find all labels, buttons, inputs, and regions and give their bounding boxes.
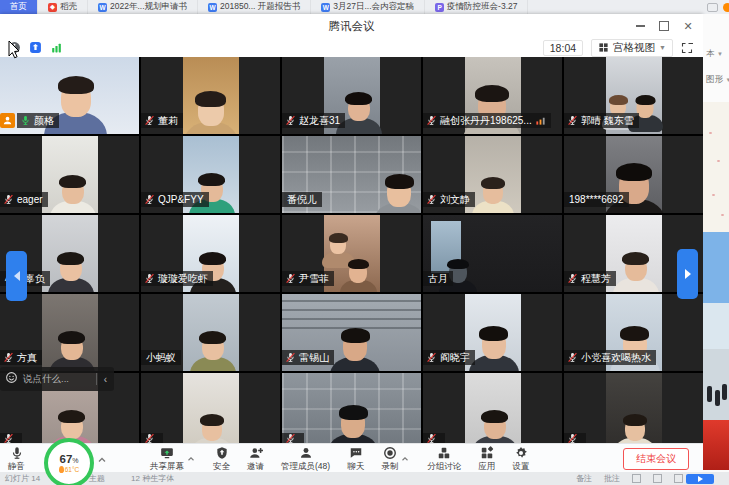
meeting-toolbar: 静音 67% 61°C 共享屏幕安全邀请管理成员(48)聊天录制分组讨论应用设置…	[0, 443, 703, 473]
apps-button[interactable]: 应用	[478, 444, 495, 473]
participant-name: 尹雪菲	[299, 271, 329, 286]
background-app-edge: 本 ▼ 图形 ▼	[703, 14, 729, 472]
participant-name-bar	[141, 433, 163, 443]
doc-file-icon: W	[321, 3, 330, 12]
participant-name-bar: 方真	[0, 350, 42, 365]
mute-button[interactable]: 静音	[8, 446, 25, 473]
mic-muted-icon	[426, 115, 437, 126]
mic-muted-icon	[567, 433, 578, 443]
participant-name-bar: 颜格	[17, 113, 59, 128]
performance-ring[interactable]: 67% 61°C	[44, 438, 94, 485]
security-button[interactable]: 安全	[213, 444, 230, 473]
participant-tile-1[interactable]: 董莉	[141, 57, 280, 134]
slideshow-play-button[interactable]	[686, 474, 714, 484]
participant-name: 融创张丹丹198625...	[440, 113, 532, 128]
mic-muted-icon	[144, 194, 155, 205]
participant-tile-9[interactable]: 198****6692	[564, 136, 703, 213]
record-button[interactable]: 录制	[381, 444, 398, 473]
participant-tile-12[interactable]: 尹雪菲	[282, 215, 421, 292]
video-grid: 颜格董莉赵龙喜31融创张丹丹198625...郭晴 魏东雪eagerQJP&FY…	[0, 57, 703, 443]
poor-signal-icon	[535, 115, 546, 126]
view-mode-selector[interactable]: 宫格视图 ▼	[591, 39, 673, 57]
invite-button[interactable]: 邀请	[247, 444, 264, 473]
participant-tile-18[interactable]: 阎晓宇	[423, 294, 562, 371]
doc-file-icon: W	[208, 3, 217, 12]
participant-tile-8[interactable]: 刘文静	[423, 136, 562, 213]
tab-label: 3月27日...会内容定稿	[333, 1, 414, 13]
statusbar-slide-number: 幻灯片 14	[5, 473, 40, 484]
close-button[interactable]: ✕	[683, 21, 693, 31]
docer-file-icon: ◆	[48, 3, 57, 12]
tab-label: 稻壳	[60, 1, 77, 13]
participant-video	[465, 373, 521, 443]
participant-name: 程慧芳	[581, 271, 611, 286]
chat-button[interactable]: 聊天	[347, 444, 364, 473]
participant-tile-6[interactable]: QJP&FYY	[141, 136, 280, 213]
minimize-button[interactable]	[635, 21, 645, 31]
share-options-caret[interactable]	[186, 450, 196, 468]
person-silhouette	[330, 323, 380, 371]
participant-tile-11[interactable]: 璇璇爱吃虾	[141, 215, 280, 292]
participant-name-bar: 小党喜欢喝热水	[564, 350, 656, 365]
participant-tile-14[interactable]: 程慧芳	[564, 215, 703, 292]
participant-tile-24[interactable]	[564, 373, 703, 443]
wps-tab-4[interactable]: W3月27日...会内容定稿	[311, 0, 425, 14]
tab-label: 2022年...规划申请书	[110, 1, 187, 13]
participant-name: 小蚂蚁	[146, 350, 176, 365]
participant-tile-2[interactable]: 赵龙喜31	[282, 57, 421, 134]
upgrade-shield-icon[interactable]	[29, 41, 42, 54]
participant-name: 古月	[428, 271, 448, 286]
settings-button[interactable]: 设置	[512, 444, 529, 473]
wps-tab-5[interactable]: P疫情防控班会-3.27	[425, 0, 528, 14]
participant-tile-19[interactable]: 小党喜欢喝热水	[564, 294, 703, 371]
meeting-info-icon[interactable]	[8, 41, 21, 54]
person-silhouette	[469, 321, 519, 371]
wps-tab-2[interactable]: W2022年...规划申请书	[88, 0, 198, 14]
flame-icon	[59, 466, 64, 473]
participant-tile-21[interactable]	[141, 373, 280, 443]
wps-tab-0[interactable]: 首页	[0, 0, 38, 14]
participant-tile-17[interactable]: 雷锡山	[282, 294, 421, 371]
participant-tile-20[interactable]	[0, 373, 139, 443]
wps-tab-1[interactable]: ◆稻壳	[38, 0, 88, 14]
security-icon	[215, 446, 229, 460]
share-button[interactable]: 共享屏幕	[150, 444, 184, 473]
tab-comment-icon[interactable]	[707, 3, 718, 12]
mic-muted-icon	[567, 115, 578, 126]
participant-name-bar: 璇璇爱吃虾	[141, 271, 213, 286]
invite-icon	[249, 446, 263, 460]
members-button[interactable]: 管理成员(48)	[281, 444, 330, 473]
record-icon	[383, 446, 397, 460]
participant-tile-5[interactable]: eager	[0, 136, 139, 213]
end-meeting-button[interactable]: 结束会议	[623, 448, 689, 470]
participant-tile-13[interactable]: 古月	[423, 215, 562, 292]
tabbar-extras	[707, 0, 729, 14]
participant-tile-23[interactable]	[423, 373, 562, 443]
fullscreen-button[interactable]	[681, 42, 693, 54]
participant-name-bar	[0, 433, 22, 443]
record-options-caret[interactable]	[400, 450, 410, 468]
participant-name-bar	[282, 433, 304, 443]
participant-tile-4[interactable]: 郭晴 魏东雪	[564, 57, 703, 134]
participant-tile-22[interactable]	[282, 373, 421, 443]
participant-tile-15[interactable]: 方真	[0, 294, 139, 371]
network-signal-icon[interactable]	[50, 41, 63, 54]
participant-name-bar: 尹雪菲	[282, 271, 334, 286]
wps-tab-3[interactable]: W201850... 开题报告书	[198, 0, 311, 14]
breakout-button[interactable]: 分组讨论	[427, 444, 461, 473]
audio-options-caret[interactable]	[96, 452, 108, 464]
mic-muted-icon	[3, 194, 14, 205]
participant-tile-10[interactable]: 心别辜负	[0, 215, 139, 292]
participant-tile-7[interactable]: 番倪儿	[282, 136, 421, 213]
participant-name: 刘文静	[440, 192, 470, 207]
view-icon-2	[653, 474, 662, 483]
window-title: 腾讯会议	[329, 19, 375, 34]
participant-tile-16[interactable]: 小蚂蚁	[141, 294, 280, 371]
maximize-button[interactable]	[659, 21, 669, 31]
participant-tile-3[interactable]: 融创张丹丹198625...	[423, 57, 562, 134]
statusbar-comments: 批注	[604, 473, 620, 484]
participant-tile-0[interactable]: 颜格	[0, 57, 139, 134]
mic-muted-icon	[285, 273, 296, 284]
view-icon-1	[632, 474, 641, 483]
person-silhouette	[613, 247, 659, 292]
